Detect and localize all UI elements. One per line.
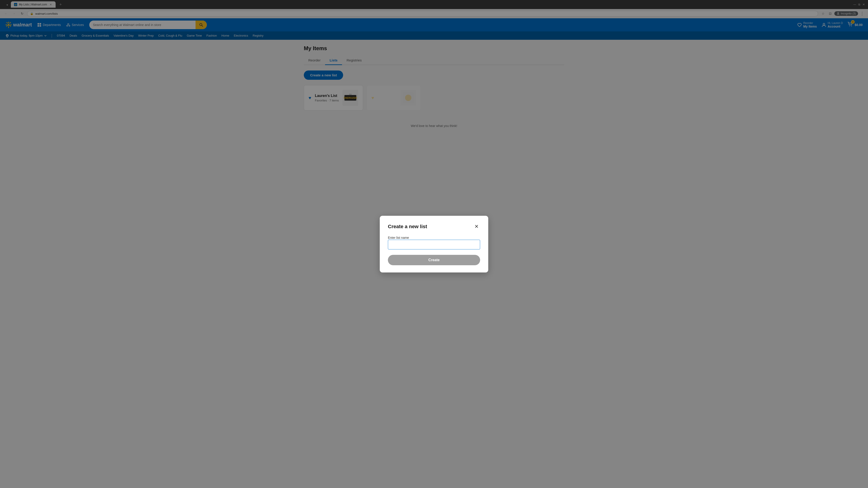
modal-create-button[interactable]: Create [388, 255, 480, 265]
modal-dialog: Create a new list ✕ Enter list name Crea… [380, 216, 488, 272]
modal-header: Create a new list ✕ [388, 223, 480, 230]
modal-input-label: Enter list name [388, 236, 409, 239]
list-name-input[interactable] [388, 240, 480, 250]
modal-title: Create a new list [388, 224, 427, 230]
modal-close-button[interactable]: ✕ [473, 223, 480, 230]
modal-overlay[interactable]: Create a new list ✕ Enter list name Crea… [0, 0, 868, 488]
